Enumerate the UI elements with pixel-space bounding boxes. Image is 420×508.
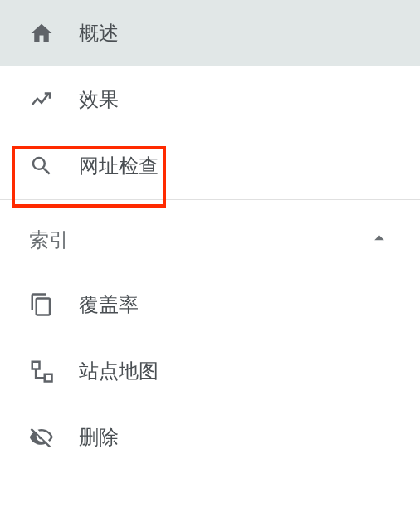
nav-item-performance[interactable]: 效果 (0, 66, 420, 133)
copy-icon (29, 292, 79, 317)
nav-item-removals[interactable]: 删除 (0, 404, 420, 471)
nav-item-label: 删除 (79, 424, 119, 451)
svg-rect-1 (45, 374, 52, 382)
section-items: 覆盖率 站点地图 删除 (0, 271, 420, 471)
search-icon (29, 154, 79, 178)
nav-item-sitemaps[interactable]: 站点地图 (0, 338, 420, 404)
nav-item-url-inspection[interactable]: 网址检查 (0, 133, 420, 199)
section-header-index[interactable]: 索引 (0, 208, 420, 271)
trend-icon (29, 87, 79, 112)
nav-item-overview[interactable]: 概述 (0, 0, 420, 66)
section-header-label: 索引 (29, 227, 69, 253)
nav-item-label: 覆盖率 (79, 291, 139, 318)
nav-item-coverage[interactable]: 覆盖率 (0, 271, 420, 338)
nav-item-label: 概述 (79, 20, 119, 46)
nav-item-label: 站点地图 (79, 358, 159, 384)
home-icon (29, 21, 79, 46)
nav-item-label: 网址检查 (79, 153, 159, 179)
sitemap-icon (29, 359, 79, 383)
svg-rect-0 (32, 362, 40, 369)
visibility-off-icon (29, 425, 79, 450)
nav-item-label: 效果 (79, 86, 119, 113)
sidebar-nav: 概述 效果 网址检查 索引 覆盖率 (0, 0, 420, 471)
chevron-up-icon (368, 227, 391, 253)
